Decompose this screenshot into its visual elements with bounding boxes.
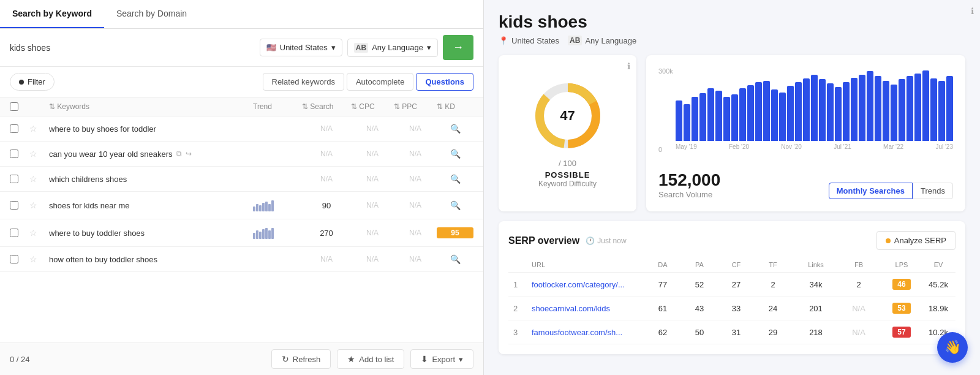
diff-sublabel: Keyword Difficulty [538,180,597,188]
difficulty-score: 47 [560,108,575,124]
questions-btn[interactable]: Questions [416,73,473,91]
autocomplete-btn[interactable]: Autocomplete [347,73,414,91]
row-checkbox[interactable] [10,124,18,133]
trends-tab[interactable]: Trends [913,183,953,199]
meta-language-label: Any Language [585,36,636,45]
export-chevron-icon: ▾ [459,355,463,364]
search-button[interactable]: → [443,35,473,60]
search-cell: N/A [302,255,351,263]
col-search-header[interactable]: ⇅ Search [302,102,351,111]
search-cell: 90 [302,201,351,210]
keyword-header: kids shoes 📍 United States AB Any Langua… [499,12,965,45]
star-add-icon: ★ [347,354,355,364]
row-checkbox[interactable] [10,175,18,183]
star-icon[interactable]: ☆ [29,149,49,159]
meta-location-label: United States [511,36,559,45]
serp-fb: 2 [840,280,877,289]
search-col-label: ⇅ Search [302,102,333,111]
footer-actions: ↻ Refresh ★ Add to list ⬇ Export ▾ [271,349,473,369]
star-icon[interactable]: ☆ [29,124,49,134]
serp-col-da: DA [644,261,681,268]
analyze-label: Analyze SERP [894,236,946,245]
keyword-cell: shoes for kids near me [49,201,253,210]
serp-tf: 29 [755,328,791,337]
export-icon: ⬇ [421,354,428,364]
serp-links: 34k [791,280,840,289]
volume-card: ℹ 300k 0 [646,55,965,211]
export-button[interactable]: ⬇ Export ▾ [410,349,473,369]
language-icon: AB [354,43,368,53]
kd-cell-search[interactable]: 🔍 [437,174,473,184]
serp-url[interactable]: famousfootwear.com/sh... [532,328,644,337]
serp-table-row: 1 footlocker.com/category/... 77 52 27 2… [508,273,956,297]
star-icon[interactable]: ☆ [29,228,49,238]
cpc-cell: N/A [351,150,394,158]
serp-col-fb: FB [840,261,877,268]
serp-cf: 31 [718,328,755,337]
kd-cell-search[interactable]: 🔍 [437,149,473,159]
row-checkbox[interactable] [10,201,18,210]
serp-ev: 45.2k [926,280,951,289]
keyword-meta: 📍 United States AB Any Language [499,36,965,45]
filter-row: Filter Related keywords Autocomplete Que… [0,67,483,97]
chat-bubble[interactable]: 👋 [937,332,968,363]
info-icon2[interactable]: ℹ [971,6,974,16]
filter-button[interactable]: Filter [10,73,55,91]
ppc-col-label: ⇅ PPC [394,102,417,111]
location-select[interactable]: 🇺🇸 United States ▾ [260,39,342,56]
serp-table-header: URL DA PA CF TF Links FB LPS EV [508,257,956,273]
x-label-5: Mar '22 [883,143,903,150]
serp-rank: 3 [513,328,532,337]
analyze-serp-button[interactable]: Analyze SERP [876,231,956,250]
star-icon[interactable]: ☆ [29,174,49,184]
add-to-list-button[interactable]: ★ Add to list [337,349,404,369]
serp-url[interactable]: shoecarnival.com/kids [532,304,644,313]
keyword-title: kids shoes [499,12,965,32]
ppc-cell: N/A [394,124,437,133]
row-checkbox[interactable] [10,229,18,237]
redirect-icon[interactable]: ↪ [186,150,192,158]
tab-search-keyword[interactable]: Search by Keyword [0,0,104,28]
star-icon[interactable]: ☆ [29,200,49,210]
serp-lps: 46 [877,279,926,290]
keyword-cell: which childrens shoes [49,175,253,184]
kd-badge: 95 [437,227,473,238]
col-keywords-header[interactable]: ⇅ Keywords [49,102,253,111]
refresh-label: Refresh [293,355,321,364]
volume-number: 152,000 [658,170,720,190]
serp-col-tf: TF [755,261,791,268]
serp-table-row: 2 shoecarnival.com/kids 61 43 33 24 201 … [508,297,956,320]
related-keywords-btn[interactable]: Related keywords [263,73,344,91]
refresh-button[interactable]: ↻ Refresh [271,349,331,369]
kd-cell-search[interactable]: 🔍 [437,200,473,210]
tabs: Search by Keyword Search by Domain [0,0,483,29]
col-kd-header[interactable]: ⇅ KD [437,102,473,111]
row-checkbox[interactable] [10,150,18,158]
monthly-searches-tab[interactable]: Monthly Searches [829,183,913,199]
meta-lang-icon: AB [568,36,582,45]
info-icon[interactable]: ℹ [627,61,630,71]
copy-icon[interactable]: ⧉ [176,150,182,158]
select-all-checkbox[interactable] [10,102,18,111]
col-cpc-header[interactable]: ⇅ CPC [351,102,394,111]
kd-cell-search[interactable]: 🔍 [437,254,473,264]
col-ppc-header[interactable]: ⇅ PPC [394,102,437,111]
tab-search-domain[interactable]: Search by Domain [104,0,199,28]
table-header: ⇅ Keywords Trend ⇅ Search ⇅ CPC ⇅ PPC ⇅ … [0,97,483,116]
serp-links: 218 [791,328,840,337]
table-footer: 0 / 24 ↻ Refresh ★ Add to list ⬇ Export … [0,343,483,375]
language-select[interactable]: AB Any Language ▾ [347,39,438,57]
kd-cell-search[interactable]: 🔍 [437,124,473,134]
ppc-cell: N/A [394,255,437,263]
serp-rank: 2 [513,304,532,313]
keyword-input[interactable] [10,43,255,53]
serp-title-area: SERP overview 🕐 Just now [508,235,627,246]
col-trend-header[interactable]: Trend [253,102,302,111]
keywords-col-label: ⇅ Keywords [49,102,89,111]
serp-url[interactable]: footlocker.com/category/... [532,280,644,289]
row-checkbox[interactable] [10,255,18,263]
volume-tabs: Monthly Searches Trends [829,183,953,199]
star-icon[interactable]: ☆ [29,254,49,264]
ppc-cell: N/A [394,229,437,237]
ppc-cell: N/A [394,175,437,183]
